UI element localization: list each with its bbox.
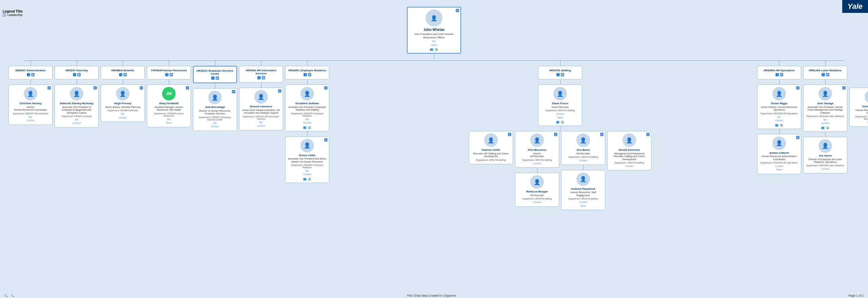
card-sue[interactable]: in 👤 Sue Barez HR Recruiter Department: … [561, 131, 605, 165]
hrsben-header[interactable]: HRSBEN Benefits 👥🏢 [101, 66, 145, 79]
vp-bottom-icons: 👥 🏢 [410, 48, 458, 51]
hrsdiv-col: HRSDIV Diversity 👥🏢 in 👤 Deborah Stanley… [55, 61, 99, 210]
hrslma-col: HRSLMA Labor Relations 👥🏢 in 👤 Jane Sava… [803, 61, 847, 210]
footer: 🔍 🔍 This Chart Was Created in Organimi P… [0, 293, 868, 298]
hrshis-header[interactable]: HRSHIS HR Information Services 👥🏢 [239, 66, 283, 82]
di1: 👥 [27, 73, 30, 76]
card-abby[interactable]: in JM Abby Goldblatt Assistant Manager, … [147, 85, 191, 127]
footer-text: This Chart Was Created in Organimi [407, 294, 456, 297]
card-susan[interactable]: in 👤 Susan Riggs Senior Director, Human … [757, 85, 801, 129]
card-deborah[interactable]: in 👤 Deborah Stanley-McAulay Associate V… [55, 85, 99, 128]
hrserc-col: HRSERC Employee Relations 👥🏢 in 👤 Gerald… [285, 61, 329, 210]
card-kim[interactable]: in 👤 Kim Massores she/herHR Recruiter De… [515, 131, 559, 168]
legend: Legend Title Leadership [3, 10, 23, 17]
hrshra-col: HRSHRA HR Operations 👥🏢 in 👤 Susan Riggs… [757, 61, 801, 210]
card-jane[interactable]: in 👤 Jane Savage Associate Vice Presiden… [803, 85, 847, 132]
zoom-out-icon[interactable]: 🔍 [4, 294, 8, 297]
di2: 🏢 [31, 73, 35, 76]
medint-v1 [31, 61, 31, 66]
hrsesc-header[interactable]: HRSESC Employee Services Center 👥🏢 [193, 66, 237, 83]
card-diane[interactable]: 👤 Diane Fusco Senior Recruiter Departmen… [538, 85, 582, 126]
medint-v2 [31, 79, 31, 85]
hrshra-header[interactable]: HRSHRA HR Operations 👥🏢 [757, 66, 801, 79]
linkedin-icon: in [456, 9, 459, 12]
links-christine: Bio Contact [11, 115, 50, 123]
card-gerald[interactable]: in 👤 Gerald Sorensen Managerial and Prof… [607, 131, 651, 170]
card-ashlee[interactable]: in 👤 Ashlee Ciliberti Human Resources Ad… [757, 134, 801, 174]
staffing-sub-row: in 👤 Damion Smith Recruiter, HR Staffing… [469, 131, 651, 210]
org-icon: 🏢 [435, 48, 438, 51]
card-hugh[interactable]: in 👤 Hugh Penney Senior Advisor, Benefit… [101, 85, 145, 122]
footer-nav-icons[interactable]: 🔍 🔍 [4, 294, 14, 297]
hrsben-col: HRSBEN Benefits 👥🏢 in 👤 Hugh Penney Seni… [101, 61, 145, 210]
org-chart: in 👤 John Whelan Vice President and Chie… [0, 0, 868, 217]
hrsesc2-col: HRSESC Employee Services Center 👥🏢 in 👤 … [849, 61, 868, 210]
vp-avatar: 👤 [426, 10, 442, 26]
medint-label: MEDINT Administration [15, 69, 45, 72]
card-damion[interactable]: in 👤 Damion Smith Recruiter, HR Staffing… [469, 131, 513, 164]
hrssta-header[interactable]: HRSSTA Staffing 👥🏢 [538, 66, 582, 79]
vp-links: Bio News [410, 40, 458, 47]
vp-card[interactable]: in 👤 John Whelan Vice President and Chie… [407, 7, 461, 54]
hrserc-header[interactable]: HRSERC Employee Relations 👥🏢 [285, 66, 329, 79]
hrsdiv-header[interactable]: HRSDIV Diversity 👥🏢 [55, 66, 99, 79]
card-kulisha[interactable]: 👤 Kulisha Fitzpatrick Human Resources, S… [561, 170, 605, 210]
card-joe[interactable]: 👤 Joe Sarno Director of Employee and Lab… [803, 137, 847, 173]
card-jodi[interactable]: in 👤 Jodi McCullagh Director of Human Re… [193, 88, 237, 131]
card-victor[interactable]: in 👤 Victor Fuentes Human Resources Oper… [849, 88, 868, 127]
vp-name: John Whelan [410, 28, 458, 32]
esc2-persons: in 👤 Victor Fuentes Human Resources Oper… [849, 88, 868, 127]
vp-v-connector [434, 54, 434, 59]
yhpadm-header[interactable]: YHPADM Human Resources 👥🏢 [147, 66, 191, 79]
card-christine[interactable]: in 👤 Christine Hurney she/herHuman Resou… [8, 85, 53, 125]
legend-item-label: Leadership [7, 13, 23, 17]
medint-header[interactable]: MEDINT Administration 👥🏢 [8, 66, 53, 79]
card-denvol[interactable]: in 👤 Denvol Lawrence Junior HCM Solution… [239, 88, 283, 130]
legend-title: Legend Title [3, 10, 23, 13]
medint-col: MEDINT Administration 👥🏢 in 👤 Christine … [8, 61, 53, 210]
card-geraldine[interactable]: in 👤 Geraldine Sullivan Assistant Vice P… [285, 85, 329, 131]
dept-headers-row: MEDINT Administration 👥🏢 in 👤 Christine … [7, 61, 861, 210]
legend-dot [3, 13, 6, 17]
li-icon: in [47, 86, 51, 90]
gap2 [653, 61, 755, 210]
name-christine: Christine Hurney [11, 102, 50, 105]
vp-title: Vice President and Chief Human Resources… [410, 33, 458, 39]
people-icon: 👥 [430, 48, 433, 51]
av-christine: 👤 [24, 87, 37, 100]
vp-card-icons: in [456, 9, 459, 12]
vp-news-link[interactable]: News [410, 43, 458, 47]
card-donna[interactable]: in 👤 Donna Cable Associate Vice Presiden… [285, 136, 329, 183]
level-0-row: in 👤 John Whelan Vice President and Chie… [7, 7, 861, 59]
zoom-in-icon[interactable]: 🔍 [11, 294, 14, 297]
vp-bio-link[interactable]: Bio [410, 40, 458, 43]
top-person-col: in 👤 John Whelan Vice President and Chie… [407, 7, 461, 59]
dept-christine: Department: MEDINT Administration [11, 112, 50, 115]
hrshis-col: HRSHIS HR Information Services 👥🏢 in 👤 D… [239, 61, 283, 210]
hrslma-header[interactable]: HRSLMA Labor Relations 👥🏢 [803, 66, 847, 79]
yhpadm-col: YHPADM Human Resources 👥🏢 in JM Abby Gol… [147, 61, 191, 210]
hrssta-col: HRSSTA Staffing 👥🏢 👤 Diane Fusco Senior … [469, 61, 651, 210]
yale-logo: Yale [842, 0, 868, 13]
av-abby: JM [162, 87, 176, 100]
gap-spacer [331, 61, 467, 210]
card-rebecca[interactable]: 👤 Rebecca Morgan HR Recruiter Department… [515, 173, 559, 206]
contact-christine[interactable]: Contact [11, 119, 50, 123]
page-info: Page 1 of 1 [848, 294, 864, 297]
hrsesc-col: HRSESC Employee Services Center 👥🏢 in 👤 … [193, 61, 237, 210]
bio-christine[interactable]: Bio [11, 115, 50, 119]
title-christine: she/herHuman Resources Coordinator [11, 106, 50, 112]
